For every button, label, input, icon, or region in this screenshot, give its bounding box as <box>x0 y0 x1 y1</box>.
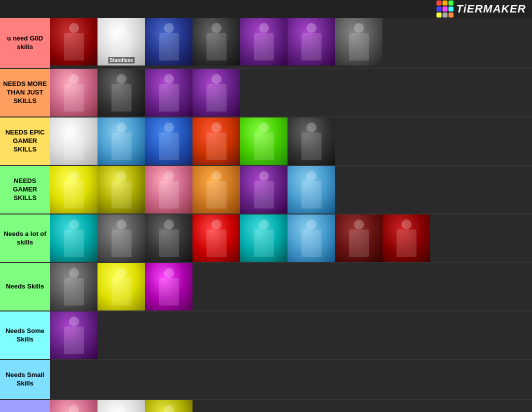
tier-row-h: Needs no skills <box>0 400 532 412</box>
tier-item-e1 <box>50 263 98 310</box>
tier-container: u need G0D skillsStandlessNEEDS MORE THA… <box>0 18 532 412</box>
tier-label-s: u need G0D skills <box>0 18 50 68</box>
tier-label-a: NEEDS MORE THAN JUST SKILLS <box>0 69 50 116</box>
tier-label-g: Needs Small Skills <box>0 360 50 399</box>
logo-title: TiERMAKER <box>456 2 526 16</box>
tier-items-g <box>50 360 532 399</box>
tier-item-s2: Standless <box>98 18 145 66</box>
logo-grid <box>436 0 454 18</box>
tier-item-d5 <box>240 214 288 262</box>
tier-label-f: Needs Some Skills <box>0 312 50 359</box>
tiermaker-logo: TiERMAKER <box>436 0 526 18</box>
tier-label-e: Needs Skills <box>0 263 50 310</box>
tier-item-s1 <box>50 18 98 66</box>
tier-item-s7 <box>335 18 382 66</box>
tier-row-a: NEEDS MORE THAN JUST SKILLS <box>0 69 532 118</box>
tier-item-h2 <box>98 400 145 412</box>
tier-item-s3 <box>145 18 192 66</box>
tier-items-c <box>50 166 532 214</box>
tier-row-s: u need G0D skillsStandless <box>0 18 532 69</box>
tier-label-c: NEEDS GAMER SKILLS <box>0 166 50 214</box>
tier-item-b1 <box>50 118 98 165</box>
tier-label-d: Needs a lot of skills <box>0 214 50 262</box>
tier-item-a4 <box>192 69 240 116</box>
tier-label-h: Needs no skills <box>0 400 50 412</box>
tier-item-a1 <box>50 69 98 116</box>
tier-item-e2 <box>98 263 145 310</box>
tier-label-b: NEEDS EPIC GAMER SKILLS <box>0 118 50 165</box>
tier-item-d7 <box>335 214 382 262</box>
tier-item-b4 <box>192 118 240 165</box>
tier-item-e3 <box>145 263 192 310</box>
tier-item-c3 <box>145 166 192 214</box>
tier-item-c2 <box>98 166 145 214</box>
tier-item-a2 <box>98 69 145 116</box>
tier-item-h1 <box>50 400 98 412</box>
tier-items-s: Standless <box>50 18 532 68</box>
tier-item-d8 <box>382 214 430 262</box>
tier-item-d2 <box>98 214 145 262</box>
tier-item-c1 <box>50 166 98 214</box>
tier-item-b5 <box>240 118 288 165</box>
tier-item-f1 <box>50 312 98 359</box>
tier-row-d: Needs a lot of skills <box>0 214 532 263</box>
tier-items-e <box>50 263 532 310</box>
tier-item-c5 <box>240 166 288 214</box>
tier-row-c: NEEDS GAMER SKILLS <box>0 166 532 214</box>
tier-item-b2 <box>98 118 145 165</box>
tier-item-d3 <box>145 214 192 262</box>
tier-item-c4 <box>192 166 240 214</box>
tier-items-a <box>50 69 532 116</box>
tier-items-d <box>50 214 532 262</box>
tier-item-d1 <box>50 214 98 262</box>
tier-item-d6 <box>288 214 335 262</box>
tier-items-b <box>50 118 532 165</box>
tier-items-f <box>50 312 532 359</box>
tier-row-e: Needs Skills <box>0 263 532 312</box>
tier-row-f: Needs Some Skills <box>0 312 532 360</box>
tier-item-c6 <box>288 166 335 214</box>
tier-item-b3 <box>145 118 192 165</box>
tier-item-s4 <box>192 18 240 66</box>
header: TiERMAKER <box>0 0 532 18</box>
tier-item-d4 <box>192 214 240 262</box>
tier-item-h3 <box>145 400 192 412</box>
tier-item-b6 <box>288 118 335 165</box>
tier-item-a3 <box>145 69 192 116</box>
tier-row-g: Needs Small Skills <box>0 360 532 400</box>
tier-item-s5 <box>240 18 288 66</box>
tier-row-b: NEEDS EPIC GAMER SKILLS <box>0 118 532 166</box>
tier-items-h <box>50 400 532 412</box>
tier-item-s6 <box>288 18 335 66</box>
